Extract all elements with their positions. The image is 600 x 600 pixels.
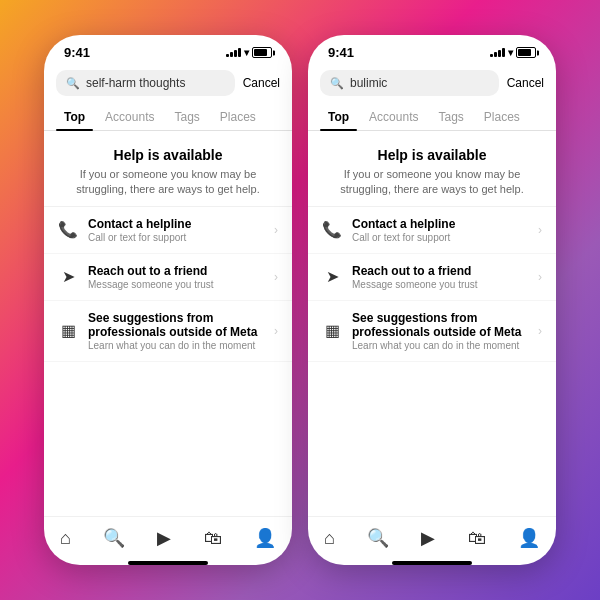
search-icon-1: 🔍 bbox=[66, 77, 80, 90]
profile-nav-icon-2[interactable]: 👤 bbox=[518, 527, 540, 549]
help-item-professionals-1[interactable]: ▦ See suggestions from professionals out… bbox=[44, 301, 292, 362]
phone-icon-1: 📞 bbox=[58, 220, 78, 239]
search-input-wrapper-1[interactable]: 🔍 self-harm thoughts bbox=[56, 70, 235, 96]
chevron-right-icon-2a: › bbox=[538, 223, 542, 237]
search-text-1: self-harm thoughts bbox=[86, 76, 185, 90]
bottom-nav-1: ⌂ 🔍 ▶ 🛍 👤 bbox=[44, 516, 292, 557]
bottom-nav-2: ⌂ 🔍 ▶ 🛍 👤 bbox=[308, 516, 556, 557]
grid-icon-2: ▦ bbox=[322, 321, 342, 340]
tab-accounts-2[interactable]: Accounts bbox=[361, 102, 426, 130]
helpline-desc-2: Call or text for support bbox=[352, 232, 528, 243]
help-item-friend-2[interactable]: ➤ Reach out to a friend Message someone … bbox=[308, 254, 556, 301]
help-item-helpline-2[interactable]: 📞 Contact a helpline Call or text for su… bbox=[308, 207, 556, 254]
home-nav-icon-2[interactable]: ⌂ bbox=[324, 528, 335, 549]
help-items-2: 📞 Contact a helpline Call or text for su… bbox=[308, 207, 556, 516]
help-item-friend-1[interactable]: ➤ Reach out to a friend Message someone … bbox=[44, 254, 292, 301]
professionals-desc-1: Learn what you can do in the moment bbox=[88, 340, 264, 351]
profile-nav-icon-1[interactable]: 👤 bbox=[254, 527, 276, 549]
tab-tags-2[interactable]: Tags bbox=[430, 102, 471, 130]
professionals-title-2: See suggestions from professionals outsi… bbox=[352, 311, 528, 339]
help-title-1: Help is available bbox=[60, 147, 276, 163]
cancel-button-2[interactable]: Cancel bbox=[507, 76, 544, 90]
search-bar-1: 🔍 self-harm thoughts Cancel bbox=[44, 64, 292, 102]
help-items-1: 📞 Contact a helpline Call or text for su… bbox=[44, 207, 292, 516]
professionals-title-1: See suggestions from professionals outsi… bbox=[88, 311, 264, 339]
help-item-helpline-1[interactable]: 📞 Contact a helpline Call or text for su… bbox=[44, 207, 292, 254]
chevron-right-icon-2b: › bbox=[538, 270, 542, 284]
tab-places-1[interactable]: Places bbox=[212, 102, 264, 130]
home-indicator-1 bbox=[128, 561, 208, 565]
professionals-desc-2: Learn what you can do in the moment bbox=[352, 340, 528, 351]
help-title-2: Help is available bbox=[324, 147, 540, 163]
chevron-right-icon-1c: › bbox=[274, 324, 278, 338]
battery-icon-2 bbox=[516, 47, 536, 58]
friend-title-2: Reach out to a friend bbox=[352, 264, 528, 278]
phone-icon-2: 📞 bbox=[322, 220, 342, 239]
search-bar-2: 🔍 bulimic Cancel bbox=[308, 64, 556, 102]
phone-2: 9:41 ▾ 🔍 bulimic Cancel Top Accounts Tag… bbox=[308, 35, 556, 565]
friend-title-1: Reach out to a friend bbox=[88, 264, 264, 278]
home-nav-icon-1[interactable]: ⌂ bbox=[60, 528, 71, 549]
help-section-1: Help is available If you or someone you … bbox=[44, 131, 292, 207]
status-icons-2: ▾ bbox=[490, 47, 536, 58]
send-icon-2: ➤ bbox=[322, 267, 342, 286]
wifi-icon-1: ▾ bbox=[244, 47, 249, 58]
tab-accounts-1[interactable]: Accounts bbox=[97, 102, 162, 130]
search-nav-icon-2[interactable]: 🔍 bbox=[367, 527, 389, 549]
battery-icon-1 bbox=[252, 47, 272, 58]
friend-desc-2: Message someone you trust bbox=[352, 279, 528, 290]
status-time-2: 9:41 bbox=[328, 45, 354, 60]
signal-icon-2 bbox=[490, 48, 505, 57]
tab-top-2[interactable]: Top bbox=[320, 102, 357, 130]
cancel-button-1[interactable]: Cancel bbox=[243, 76, 280, 90]
status-icons-1: ▾ bbox=[226, 47, 272, 58]
shop-nav-icon-2[interactable]: 🛍 bbox=[468, 528, 486, 549]
grid-icon-1: ▦ bbox=[58, 321, 78, 340]
helpline-title-2: Contact a helpline bbox=[352, 217, 528, 231]
tab-tags-1[interactable]: Tags bbox=[166, 102, 207, 130]
search-input-wrapper-2[interactable]: 🔍 bulimic bbox=[320, 70, 499, 96]
tabs-2: Top Accounts Tags Places bbox=[308, 102, 556, 131]
status-bar-2: 9:41 ▾ bbox=[308, 35, 556, 64]
status-time-1: 9:41 bbox=[64, 45, 90, 60]
help-item-professionals-2[interactable]: ▦ See suggestions from professionals out… bbox=[308, 301, 556, 362]
send-icon-1: ➤ bbox=[58, 267, 78, 286]
status-bar-1: 9:41 ▾ bbox=[44, 35, 292, 64]
signal-icon-1 bbox=[226, 48, 241, 57]
helpline-desc-1: Call or text for support bbox=[88, 232, 264, 243]
search-icon-2: 🔍 bbox=[330, 77, 344, 90]
tab-top-1[interactable]: Top bbox=[56, 102, 93, 130]
friend-desc-1: Message someone you trust bbox=[88, 279, 264, 290]
tab-places-2[interactable]: Places bbox=[476, 102, 528, 130]
help-subtitle-2: If you or someone you know may be strugg… bbox=[324, 167, 540, 198]
help-subtitle-1: If you or someone you know may be strugg… bbox=[60, 167, 276, 198]
tabs-1: Top Accounts Tags Places bbox=[44, 102, 292, 131]
wifi-icon-2: ▾ bbox=[508, 47, 513, 58]
chevron-right-icon-1a: › bbox=[274, 223, 278, 237]
chevron-right-icon-1b: › bbox=[274, 270, 278, 284]
help-section-2: Help is available If you or someone you … bbox=[308, 131, 556, 207]
search-nav-icon-1[interactable]: 🔍 bbox=[103, 527, 125, 549]
search-text-2: bulimic bbox=[350, 76, 387, 90]
helpline-title-1: Contact a helpline bbox=[88, 217, 264, 231]
home-indicator-2 bbox=[392, 561, 472, 565]
phone-1: 9:41 ▾ 🔍 self-harm thoughts Cancel Top A… bbox=[44, 35, 292, 565]
reels-nav-icon-2[interactable]: ▶ bbox=[421, 527, 435, 549]
shop-nav-icon-1[interactable]: 🛍 bbox=[204, 528, 222, 549]
reels-nav-icon-1[interactable]: ▶ bbox=[157, 527, 171, 549]
chevron-right-icon-2c: › bbox=[538, 324, 542, 338]
